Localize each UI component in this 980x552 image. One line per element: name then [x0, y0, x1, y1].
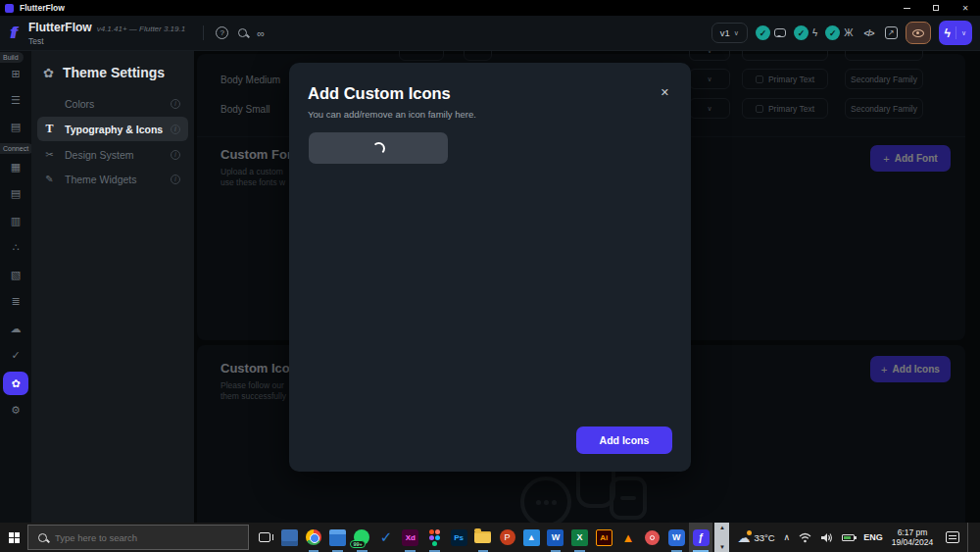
- logs-icon[interactable]: ≣: [0, 295, 31, 308]
- debug-status[interactable]: ✓ Ж: [825, 25, 853, 40]
- taskbar-app-xd[interactable]: Xd: [398, 523, 422, 552]
- colors-icon: [43, 98, 56, 109]
- settings-gear-icon[interactable]: ⚙: [0, 404, 31, 417]
- rail-build-label: Build: [0, 52, 24, 63]
- battery-icon[interactable]: [842, 534, 855, 541]
- menu-item-label: Typography & Icons: [65, 124, 163, 135]
- share-link-icon[interactable]: ∞: [257, 27, 265, 39]
- menu-item-theme-widgets[interactable]: ✎ Theme Widgets i: [37, 168, 188, 190]
- bolt-icon: ϟ: [945, 26, 951, 40]
- taskbar-app-explorer[interactable]: [471, 523, 496, 552]
- run-button[interactable]: ϟ ∨: [939, 21, 972, 45]
- flutterflow-window: FlutterFlow ✕ ff FlutterFlow v4.1.41+ — …: [0, 0, 980, 552]
- taskbar-app-powerpoint[interactable]: P: [495, 523, 519, 552]
- maximize-icon: [933, 5, 939, 11]
- info-icon[interactable]: i: [171, 99, 180, 109]
- clock[interactable]: 6:17 pm 19/04/2024: [892, 527, 934, 547]
- taskbar-app-recorder[interactable]: [640, 523, 664, 552]
- task-view-button[interactable]: [252, 523, 277, 552]
- menu-item-design-system[interactable]: ✂ Design System i: [37, 143, 188, 166]
- view-code-button[interactable]: </>: [861, 28, 877, 38]
- todo-check-icon: ✓: [380, 528, 393, 546]
- help-icon[interactable]: ?: [216, 26, 228, 39]
- typography-icon: T: [43, 122, 56, 136]
- comments-status[interactable]: ✓: [756, 25, 786, 40]
- show-desktop-button[interactable]: [967, 523, 970, 552]
- cloud-icon[interactable]: ☁: [0, 323, 31, 335]
- file-explorer-icon: [474, 531, 491, 543]
- taskbar-app-vlc[interactable]: ▲: [616, 523, 641, 552]
- rail-connect-label: Connect: [0, 143, 33, 154]
- maximize-button[interactable]: [921, 0, 951, 16]
- vlc-icon: ▲: [622, 530, 635, 545]
- search-input[interactable]: [55, 532, 221, 543]
- pages-icon[interactable]: ⊞: [0, 68, 31, 80]
- flutterflow-taskbar-icon: ƒ: [693, 529, 710, 546]
- tray-expand-icon[interactable]: ∧: [784, 532, 791, 542]
- whatsapp-icon: 99+: [354, 529, 369, 545]
- search-icon[interactable]: [238, 28, 247, 37]
- minimize-button[interactable]: [892, 0, 921, 16]
- documents-icon[interactable]: ▥: [0, 215, 31, 227]
- media-icon[interactable]: ▧: [0, 269, 31, 281]
- illustrator-icon: Ai: [596, 529, 612, 546]
- bug-icon: Ж: [844, 27, 853, 38]
- widget-tree-icon[interactable]: ☰: [0, 94, 31, 107]
- integrations-icon[interactable]: ∴: [0, 241, 31, 254]
- taskbar-app-excel[interactable]: X: [567, 523, 592, 552]
- volume-icon[interactable]: [820, 532, 833, 543]
- close-button[interactable]: ✕: [951, 0, 980, 16]
- taskbar-scroll-control[interactable]: ▲ ▼: [714, 523, 729, 552]
- taskbar-app-calculator[interactable]: [277, 523, 302, 552]
- actions-icon[interactable]: ✓: [0, 349, 31, 362]
- menu-item-colors[interactable]: Colors i: [37, 92, 188, 115]
- menu-item-label: Design System: [65, 149, 134, 161]
- taskbar-app-illustrator[interactable]: Ai: [592, 523, 616, 552]
- taskbar-app-wattpad[interactable]: W: [664, 523, 689, 552]
- theme-settings-icon-selected[interactable]: ✿: [3, 372, 28, 395]
- weather-widget[interactable]: ☁ 33°C: [737, 530, 774, 545]
- tests-status[interactable]: ✓ ϟ: [794, 25, 817, 40]
- taskbar-app-photos[interactable]: ▲: [519, 523, 544, 552]
- chevron-down-icon: ∨: [961, 29, 966, 37]
- language-indicator[interactable]: ENG: [863, 532, 883, 542]
- taskbar-app-word[interactable]: W: [544, 523, 568, 552]
- icon-family-loading-field[interactable]: [309, 132, 448, 164]
- dialog-close-icon[interactable]: ✕: [661, 86, 669, 99]
- export-icon[interactable]: ↗: [885, 26, 898, 39]
- components-icon[interactable]: ▤: [0, 121, 31, 133]
- taskbar-search[interactable]: [27, 525, 249, 550]
- chevron-down-icon: ∨: [734, 29, 739, 37]
- search-icon: [38, 533, 47, 542]
- wifi-icon[interactable]: [799, 532, 811, 543]
- dialog-add-icons-button[interactable]: Add Icons: [576, 427, 672, 454]
- os-titlebar: FlutterFlow ✕: [0, 0, 980, 16]
- taskbar-app-chrome[interactable]: [302, 523, 326, 552]
- preview-button[interactable]: [906, 22, 931, 44]
- taskbar-app-photoshop[interactable]: Ps: [447, 523, 471, 552]
- scroll-down-icon[interactable]: ▼: [719, 544, 725, 550]
- photoshop-icon: Ps: [451, 529, 467, 546]
- whatsapp-badge: 99+: [350, 540, 365, 548]
- theme-widgets-icon: ✎: [43, 174, 56, 184]
- menu-item-label: Colors: [65, 98, 94, 110]
- taskbar-app-figma[interactable]: [422, 523, 447, 552]
- taskbar-app-todo[interactable]: ✓: [374, 523, 399, 552]
- start-button[interactable]: [0, 523, 27, 552]
- taskbar-app-whatsapp[interactable]: 99+: [350, 523, 374, 552]
- action-center-icon[interactable]: [946, 531, 959, 543]
- api-icon[interactable]: ▤: [0, 187, 31, 200]
- menu-item-typography-icons[interactable]: T Typography & Icons i: [37, 117, 188, 141]
- taskbar-app-flutterflow[interactable]: ƒ: [689, 523, 713, 552]
- info-icon[interactable]: i: [171, 150, 180, 160]
- info-icon[interactable]: i: [171, 175, 180, 184]
- version-selector[interactable]: v1 ∨: [711, 23, 748, 43]
- scroll-up-icon[interactable]: ▲: [719, 525, 725, 530]
- weather-cloud-icon: ☁: [737, 530, 750, 545]
- taskbar-app-calendar[interactable]: [325, 523, 350, 552]
- info-icon[interactable]: i: [171, 125, 180, 134]
- project-name: Test: [28, 36, 185, 46]
- storage-icon[interactable]: ▦: [0, 161, 31, 174]
- dialog-title: Add Custom Icons: [308, 84, 451, 103]
- design-system-icon: ✂: [43, 149, 56, 160]
